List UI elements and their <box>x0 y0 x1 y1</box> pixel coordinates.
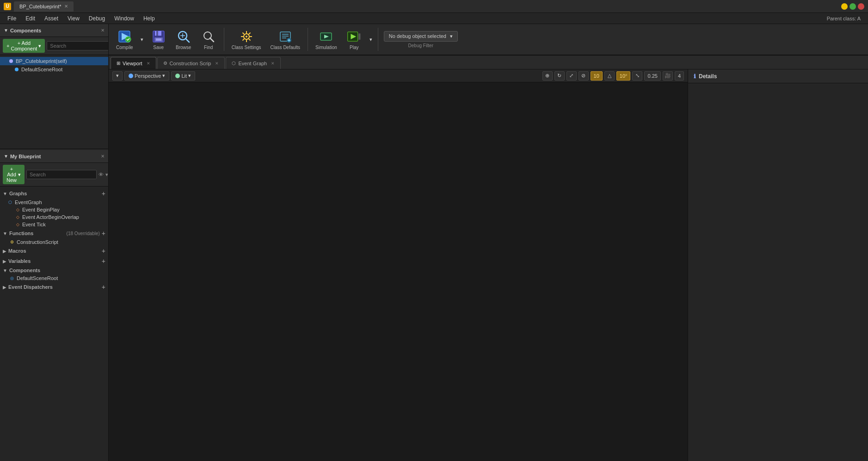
svg-point-15 <box>246 36 247 37</box>
viewport-tab-label: Viewport <box>123 61 142 66</box>
components-title: Components <box>10 28 101 33</box>
simulation-icon <box>319 29 333 44</box>
functions-section-header[interactable]: ▼ Functions (18 Overridable) + <box>0 228 108 238</box>
components-list: BP_Cuteblueprint(self) DefaultSceneRoot <box>0 55 108 148</box>
menu-debug[interactable]: Debug <box>84 14 110 23</box>
class-settings-button[interactable]: Class Settings <box>228 27 265 52</box>
event-dispatchers-add-icon[interactable]: + <box>102 283 105 291</box>
compile-button[interactable]: Compile <box>112 27 137 52</box>
class-defaults-button[interactable]: Class Defaults <box>267 27 304 52</box>
variables-add-icon[interactable]: + <box>102 257 105 265</box>
visibility-icon[interactable]: 👁 <box>98 172 104 177</box>
scale-icon[interactable]: ⤢ <box>566 71 577 81</box>
terrain-icon[interactable]: △ <box>604 71 615 81</box>
macros-add-icon[interactable]: + <box>102 247 105 255</box>
variables-section-header[interactable]: ▶ Variables + <box>0 256 108 266</box>
construction-tab-close-icon[interactable]: ✕ <box>215 61 219 66</box>
browse-icon <box>176 29 191 44</box>
class-defaults-label: Class Defaults <box>271 45 300 50</box>
event-dispatchers-section-header[interactable]: ▶ Event Dispatchers + <box>0 282 108 292</box>
menu-file[interactable]: File <box>3 14 21 23</box>
bp-item-constructionscript[interactable]: ⚙ ConstructionScript <box>0 238 108 246</box>
options-icon[interactable]: ▾ <box>105 172 108 178</box>
bp-item-eventgraph[interactable]: ⬡ EventGraph <box>0 199 108 206</box>
svg-line-21 <box>249 39 251 41</box>
my-blueprint-menu-icon[interactable]: ✕ <box>101 154 105 159</box>
top-toolbar: Compile ▾ Save <box>109 24 868 56</box>
snap-surface-icon[interactable]: ⊘ <box>579 71 589 81</box>
class-defaults-icon <box>278 29 293 44</box>
left-panel: ▼ Components ✕ + + Add Component ▾ 🔍 BP_… <box>0 24 109 461</box>
bp-item-beginplay[interactable]: ◇ Event BeginPlay <box>0 206 108 213</box>
viewport-options-icon[interactable]: ▾ <box>112 71 123 81</box>
component-item-defaultsceneroot[interactable]: DefaultSceneRoot <box>0 65 108 74</box>
expand-icon[interactable]: ⤡ <box>632 71 642 81</box>
eventgraph-tab-icon: ⬡ <box>232 61 236 66</box>
construction-tab-label: Construction Scrip <box>170 61 211 66</box>
compile-label: Compile <box>116 45 133 50</box>
tab-viewport[interactable]: ⊞ Viewport ✕ <box>111 57 156 69</box>
svg-line-20 <box>242 32 244 34</box>
menu-edit[interactable]: Edit <box>21 14 40 23</box>
play-icon <box>347 29 362 44</box>
rotate-icon[interactable]: ↻ <box>554 71 565 81</box>
viewport-tab-close-icon[interactable]: ✕ <box>147 61 150 66</box>
construction-tab-icon: ⚙ <box>163 61 167 66</box>
rotation-snap-button[interactable]: 10° <box>616 71 631 81</box>
camera-icon[interactable]: 🎥 <box>663 71 673 81</box>
right-content: Compile ▾ Save <box>109 24 868 461</box>
bp-components-section-header[interactable]: ▼ Components <box>0 266 108 274</box>
main-layout: ▼ Components ✕ + + Add Component ▾ 🔍 BP_… <box>0 24 868 461</box>
tab-event-graph[interactable]: ⬡ Event Graph ✕ <box>226 57 281 69</box>
debug-filter-dropdown-icon: ▾ <box>450 33 453 39</box>
tab-close-icon[interactable]: ✕ <box>64 4 68 9</box>
component-item-self[interactable]: BP_Cuteblueprint(self) <box>0 57 108 65</box>
maximize-button[interactable] <box>850 3 856 10</box>
rotation-snap-value: 10° <box>620 73 628 79</box>
bp-item-eventtick[interactable]: ◇ Event Tick <box>0 221 108 228</box>
save-icon <box>151 29 166 44</box>
add-component-button[interactable]: + + Add Component ▾ <box>3 39 45 53</box>
camera-speed-button[interactable]: 4 <box>675 71 684 81</box>
translate-icon[interactable]: ⊕ <box>542 71 553 81</box>
menu-asset[interactable]: Asset <box>40 14 63 23</box>
perspective-button[interactable]: Perspective ▾ <box>124 71 169 81</box>
menu-help[interactable]: Help <box>139 14 160 23</box>
find-button[interactable]: Find <box>197 27 220 52</box>
play-dropdown-icon[interactable]: ▾ <box>368 32 374 47</box>
scene-icon <box>15 68 18 71</box>
my-blueprint-collapse-icon[interactable]: ▼ <box>4 154 8 159</box>
compile-dropdown-icon[interactable]: ▾ <box>139 32 145 47</box>
minimize-button[interactable] <box>841 3 848 10</box>
close-button[interactable] <box>858 3 864 10</box>
viewport[interactable]: ▾ Perspective ▾ Lit ▾ ⊕ ↻ ⤢ <box>109 69 688 461</box>
components-menu-icon[interactable]: ✕ <box>101 28 105 33</box>
svg-line-9 <box>185 38 189 42</box>
macros-section-header[interactable]: ▶ Macros + <box>0 246 108 256</box>
graphs-section-header[interactable]: ▼ Graphs + <box>0 188 108 199</box>
components-collapse-icon[interactable]: ▼ <box>4 28 8 33</box>
eventgraph-tab-close-icon[interactable]: ✕ <box>271 61 275 66</box>
functions-add-icon[interactable]: + <box>102 230 105 237</box>
save-label: Save <box>153 45 164 50</box>
browse-button[interactable]: Browse <box>172 27 195 52</box>
simulation-button[interactable]: Simulation <box>312 27 341 52</box>
tab-construction-script[interactable]: ⚙ Construction Scrip ✕ <box>157 57 225 69</box>
lit-button[interactable]: Lit ▾ <box>171 71 195 81</box>
menu-view[interactable]: View <box>63 14 84 23</box>
scale-snap-button[interactable]: 0.25 <box>644 71 660 81</box>
components-panel-header: ▼ Components ✕ <box>0 24 108 37</box>
components-search-input[interactable] <box>47 41 109 50</box>
save-button[interactable]: Save <box>147 27 170 52</box>
bp-item-actoroverlap[interactable]: ◇ Event ActorBeginOverlap <box>0 213 108 221</box>
my-blueprint-search-input[interactable] <box>26 170 97 179</box>
play-button[interactable]: Play <box>343 27 366 52</box>
bp-item-defaultsceneroot[interactable]: ◎ DefaultSceneRoot <box>0 274 108 282</box>
grid-snap-button[interactable]: 10 <box>591 71 603 81</box>
title-tab[interactable]: BP_Cuteblueprint* ✕ <box>14 1 74 12</box>
graphs-add-icon[interactable]: + <box>102 190 105 197</box>
components-toolbar: + + Add Component ▾ 🔍 <box>0 37 108 55</box>
menu-window[interactable]: Window <box>110 14 139 23</box>
add-new-button[interactable]: + Add New ▾ <box>3 165 25 184</box>
debug-filter-button[interactable]: No debug object selected ▾ <box>384 31 458 42</box>
